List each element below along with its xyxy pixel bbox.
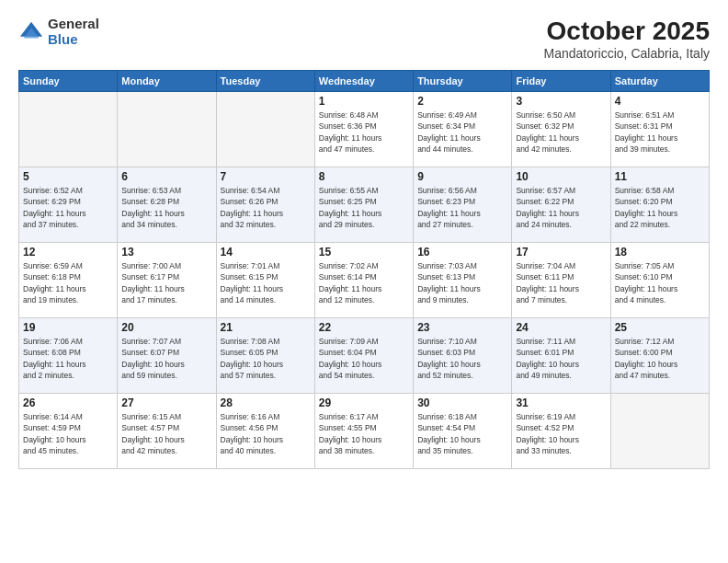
day-number: 23 <box>417 321 507 334</box>
logo-blue-text: Blue <box>48 32 99 48</box>
month-title: October 2025 <box>543 17 710 46</box>
calendar-cell: 5Sunrise: 6:52 AM Sunset: 6:29 PM Daylig… <box>19 167 118 243</box>
day-info: Sunrise: 7:04 AM Sunset: 6:11 PM Dayligh… <box>516 260 606 305</box>
weekday-header-wednesday: Wednesday <box>314 71 413 92</box>
calendar-cell <box>19 92 118 167</box>
day-number: 3 <box>516 95 606 108</box>
day-info: Sunrise: 6:56 AM Sunset: 6:23 PM Dayligh… <box>417 185 507 230</box>
calendar-cell: 17Sunrise: 7:04 AM Sunset: 6:11 PM Dayli… <box>512 243 610 318</box>
calendar-cell: 9Sunrise: 6:56 AM Sunset: 6:23 PM Daylig… <box>414 167 512 243</box>
day-number: 19 <box>23 321 113 334</box>
calendar-cell: 4Sunrise: 6:51 AM Sunset: 6:31 PM Daylig… <box>610 92 709 167</box>
day-number: 25 <box>615 321 705 334</box>
day-info: Sunrise: 7:06 AM Sunset: 6:08 PM Dayligh… <box>23 336 113 381</box>
day-info: Sunrise: 7:11 AM Sunset: 6:01 PM Dayligh… <box>516 336 606 381</box>
calendar-cell: 16Sunrise: 7:03 AM Sunset: 6:13 PM Dayli… <box>414 243 512 318</box>
day-number: 2 <box>417 95 507 108</box>
day-info: Sunrise: 6:51 AM Sunset: 6:31 PM Dayligh… <box>615 109 705 155</box>
day-info: Sunrise: 7:10 AM Sunset: 6:03 PM Dayligh… <box>417 336 507 381</box>
calendar-cell: 14Sunrise: 7:01 AM Sunset: 6:15 PM Dayli… <box>216 243 314 318</box>
calendar-cell: 12Sunrise: 6:59 AM Sunset: 6:18 PM Dayli… <box>19 243 118 318</box>
calendar-cell: 30Sunrise: 6:18 AM Sunset: 4:54 PM Dayli… <box>414 394 512 469</box>
calendar-cell: 10Sunrise: 6:57 AM Sunset: 6:22 PM Dayli… <box>512 167 610 243</box>
day-number: 14 <box>221 246 311 259</box>
day-info: Sunrise: 6:58 AM Sunset: 6:20 PM Dayligh… <box>615 185 705 230</box>
day-info: Sunrise: 6:15 AM Sunset: 4:57 PM Dayligh… <box>121 411 211 456</box>
calendar-cell: 20Sunrise: 7:07 AM Sunset: 6:07 PM Dayli… <box>118 318 216 394</box>
logo-text: General Blue <box>48 17 99 47</box>
day-info: Sunrise: 7:08 AM Sunset: 6:05 PM Dayligh… <box>221 336 311 381</box>
calendar-week-row: 12Sunrise: 6:59 AM Sunset: 6:18 PM Dayli… <box>19 243 710 318</box>
day-info: Sunrise: 6:55 AM Sunset: 6:25 PM Dayligh… <box>319 185 409 230</box>
page: General Blue October 2025 Mandatoriccio,… <box>0 0 728 563</box>
day-number: 5 <box>23 170 113 183</box>
day-number: 6 <box>121 170 211 183</box>
day-info: Sunrise: 6:53 AM Sunset: 6:28 PM Dayligh… <box>121 185 211 230</box>
title-area: October 2025 Mandatoriccio, Calabria, It… <box>543 17 710 61</box>
header: General Blue October 2025 Mandatoriccio,… <box>18 17 710 61</box>
calendar-cell: 3Sunrise: 6:50 AM Sunset: 6:32 PM Daylig… <box>512 92 610 167</box>
day-number: 12 <box>23 246 113 259</box>
calendar-cell: 6Sunrise: 6:53 AM Sunset: 6:28 PM Daylig… <box>118 167 216 243</box>
day-number: 24 <box>516 321 606 334</box>
day-number: 31 <box>516 396 606 409</box>
logo-icon <box>18 19 44 45</box>
logo: General Blue <box>18 17 99 47</box>
day-info: Sunrise: 6:59 AM Sunset: 6:18 PM Dayligh… <box>23 260 113 305</box>
calendar-cell: 15Sunrise: 7:02 AM Sunset: 6:14 PM Dayli… <box>314 243 413 318</box>
day-number: 30 <box>417 396 507 409</box>
calendar-cell: 26Sunrise: 6:14 AM Sunset: 4:59 PM Dayli… <box>19 394 118 469</box>
location-subtitle: Mandatoriccio, Calabria, Italy <box>543 46 710 61</box>
day-number: 7 <box>221 170 311 183</box>
day-number: 29 <box>319 396 409 409</box>
day-info: Sunrise: 6:49 AM Sunset: 6:34 PM Dayligh… <box>417 109 507 155</box>
day-number: 28 <box>221 396 311 409</box>
calendar-cell: 29Sunrise: 6:17 AM Sunset: 4:55 PM Dayli… <box>314 394 413 469</box>
calendar-cell: 22Sunrise: 7:09 AM Sunset: 6:04 PM Dayli… <box>314 318 413 394</box>
calendar-week-row: 19Sunrise: 7:06 AM Sunset: 6:08 PM Dayli… <box>19 318 710 394</box>
day-number: 1 <box>319 95 409 108</box>
calendar-cell: 31Sunrise: 6:19 AM Sunset: 4:52 PM Dayli… <box>512 394 610 469</box>
calendar-cell: 19Sunrise: 7:06 AM Sunset: 6:08 PM Dayli… <box>19 318 118 394</box>
day-info: Sunrise: 6:14 AM Sunset: 4:59 PM Dayligh… <box>23 411 113 456</box>
calendar-cell: 28Sunrise: 6:16 AM Sunset: 4:56 PM Dayli… <box>216 394 314 469</box>
weekday-header-thursday: Thursday <box>414 71 512 92</box>
calendar-cell: 24Sunrise: 7:11 AM Sunset: 6:01 PM Dayli… <box>512 318 610 394</box>
day-info: Sunrise: 7:01 AM Sunset: 6:15 PM Dayligh… <box>221 260 311 305</box>
calendar-cell: 1Sunrise: 6:48 AM Sunset: 6:36 PM Daylig… <box>314 92 413 167</box>
calendar-cell: 23Sunrise: 7:10 AM Sunset: 6:03 PM Dayli… <box>414 318 512 394</box>
weekday-header-friday: Friday <box>512 71 610 92</box>
day-info: Sunrise: 7:03 AM Sunset: 6:13 PM Dayligh… <box>417 260 507 305</box>
day-number: 10 <box>516 170 606 183</box>
calendar-cell: 27Sunrise: 6:15 AM Sunset: 4:57 PM Dayli… <box>118 394 216 469</box>
day-number: 9 <box>417 170 507 183</box>
day-number: 17 <box>516 246 606 259</box>
day-number: 13 <box>121 246 211 259</box>
calendar-week-row: 26Sunrise: 6:14 AM Sunset: 4:59 PM Dayli… <box>19 394 710 469</box>
calendar-week-row: 5Sunrise: 6:52 AM Sunset: 6:29 PM Daylig… <box>19 167 710 243</box>
calendar-cell: 13Sunrise: 7:00 AM Sunset: 6:17 PM Dayli… <box>118 243 216 318</box>
calendar-cell: 7Sunrise: 6:54 AM Sunset: 6:26 PM Daylig… <box>216 167 314 243</box>
day-info: Sunrise: 6:16 AM Sunset: 4:56 PM Dayligh… <box>221 411 311 456</box>
day-info: Sunrise: 7:12 AM Sunset: 6:00 PM Dayligh… <box>615 336 705 381</box>
day-number: 26 <box>23 396 113 409</box>
calendar-cell <box>216 92 314 167</box>
calendar-cell <box>118 92 216 167</box>
day-number: 18 <box>615 246 705 259</box>
day-number: 8 <box>319 170 409 183</box>
calendar-cell: 25Sunrise: 7:12 AM Sunset: 6:00 PM Dayli… <box>610 318 709 394</box>
weekday-header-sunday: Sunday <box>19 71 118 92</box>
day-number: 4 <box>615 95 705 108</box>
calendar-cell: 18Sunrise: 7:05 AM Sunset: 6:10 PM Dayli… <box>610 243 709 318</box>
day-info: Sunrise: 6:52 AM Sunset: 6:29 PM Dayligh… <box>23 185 113 230</box>
day-info: Sunrise: 6:54 AM Sunset: 6:26 PM Dayligh… <box>221 185 311 230</box>
day-info: Sunrise: 7:02 AM Sunset: 6:14 PM Dayligh… <box>319 260 409 305</box>
calendar-cell: 8Sunrise: 6:55 AM Sunset: 6:25 PM Daylig… <box>314 167 413 243</box>
day-info: Sunrise: 6:50 AM Sunset: 6:32 PM Dayligh… <box>516 109 606 155</box>
calendar-cell: 21Sunrise: 7:08 AM Sunset: 6:05 PM Dayli… <box>216 318 314 394</box>
day-info: Sunrise: 7:07 AM Sunset: 6:07 PM Dayligh… <box>121 336 211 381</box>
day-number: 16 <box>417 246 507 259</box>
day-info: Sunrise: 6:17 AM Sunset: 4:55 PM Dayligh… <box>319 411 409 456</box>
day-info: Sunrise: 6:18 AM Sunset: 4:54 PM Dayligh… <box>417 411 507 456</box>
calendar-cell <box>610 394 709 469</box>
